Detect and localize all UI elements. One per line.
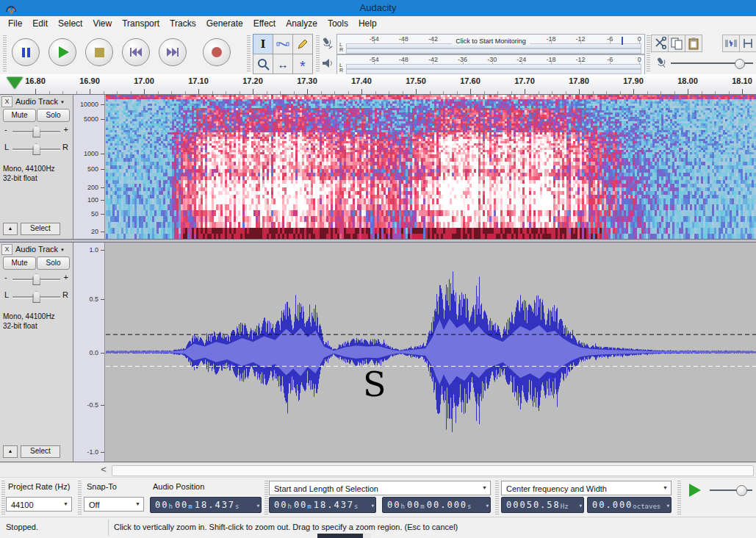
pan-slider-thumb[interactable] [32,143,40,155]
mute-button[interactable]: Mute [3,257,36,270]
label-text[interactable]: S [363,365,386,404]
time-digits[interactable]: 00050.58 [506,500,561,510]
menu-item-analyze[interactable]: Analyze [281,16,323,29]
toolbar-grip[interactable] [78,481,82,514]
solo-button[interactable]: Solo [37,257,70,270]
spectral-mode-select[interactable]: Center frequency and Width ▼ [501,481,672,495]
zoom-tool-button[interactable] [253,54,273,74]
draw-tool-button[interactable] [292,34,313,54]
toolbar-grip[interactable] [264,481,268,514]
mute-button[interactable]: Mute [3,109,36,122]
skip-to-end-button[interactable] [159,38,187,66]
selection-tool-button[interactable]: I [253,34,273,54]
menu-item-select[interactable]: Select [53,16,87,29]
pan-slider[interactable]: L R [2,290,71,303]
collapse-button[interactable]: ▲ [3,223,18,235]
meter-overlay-text[interactable]: Click to Start Monitoring [452,37,530,45]
spectral-width-field[interactable]: 00.000octaves▼ [587,497,672,513]
skip-to-start-button[interactable] [122,38,150,66]
scrollbar-thumb[interactable] [112,465,754,476]
play-button[interactable] [48,38,76,66]
track-title[interactable]: Audio Track [15,97,58,106]
toolbar-grip[interactable] [1,481,5,514]
time-digits[interactable]: 00 [274,500,287,510]
spectral-frequency-field[interactable]: 00050.58Hz▼ [501,497,584,513]
chevron-down-icon[interactable]: ▼ [256,503,259,508]
chevron-down-icon[interactable]: ▼ [666,503,669,508]
menu-item-edit[interactable]: Edit [27,16,53,29]
menu-item-transport[interactable]: Transport [117,16,165,29]
toolbar-grip[interactable] [247,35,251,71]
playback-meter[interactable]: -54-48-42-36-30-24-18-12-60 L R [336,54,645,75]
select-button[interactable]: Select [21,445,60,458]
pan-slider[interactable]: L R [2,142,71,155]
toolbar-grip[interactable] [3,35,7,71]
toolbar-grip[interactable] [647,35,650,71]
playhead-icon[interactable] [7,77,23,89]
multi-tool-button[interactable]: * [292,54,313,74]
silence-audio-button[interactable] [739,35,756,52]
menu-item-file[interactable]: File [3,16,27,29]
selection-length-field[interactable]: 00h00m00.000s▼ [382,497,491,513]
toolbar-grip[interactable] [677,481,681,514]
time-digits[interactable]: 00 [155,500,168,510]
record-button[interactable] [203,38,231,66]
time-digits[interactable]: 00 [294,500,307,510]
amplitude-ruler[interactable]: 1.00.50.0-0.5-1.0 [73,243,105,462]
track-menu-arrow-icon[interactable]: ▼ [60,248,65,252]
horizontal-scrollbar[interactable]: < [0,462,756,478]
close-track-button[interactable]: X [1,244,12,255]
time-digits[interactable]: 18.437 [195,500,235,510]
select-button[interactable]: Select [21,223,60,235]
spectrogram-view[interactable] [106,95,756,239]
frequency-ruler[interactable]: 10000500010005002001005020 [73,95,105,239]
recording-volume-slider-thumb[interactable] [735,59,745,69]
gain-slider[interactable]: - + [2,124,71,137]
copy-button[interactable] [668,35,685,52]
chevron-down-icon[interactable]: ▼ [371,503,374,508]
menu-item-tracks[interactable]: Tracks [165,16,201,29]
pan-slider-thumb[interactable] [32,291,40,303]
collapse-button[interactable]: ▲ [3,445,18,458]
waveform-canvas[interactable] [106,243,756,462]
project-rate-select[interactable]: 44100 ▼ [6,497,72,512]
track-title[interactable]: Audio Track [15,245,58,254]
selection-mode-select[interactable]: Start and Length of Selection ▼ [269,481,491,495]
time-digits[interactable]: 00 [407,500,420,510]
time-digits[interactable]: 00.000 [427,500,467,510]
cut-button[interactable] [651,35,669,52]
timeline[interactable]: 16.8016.9017.0017.1017.2017.3017.4017.50… [0,74,756,95]
play-speed-slider-thumb[interactable] [736,485,747,496]
pause-button[interactable] [12,38,40,66]
snap-to-select[interactable]: Off ▼ [84,497,144,512]
chevron-down-icon[interactable]: ▼ [486,503,489,508]
close-track-button[interactable]: X [1,96,12,107]
menu-item-generate[interactable]: Generate [201,16,248,29]
spectrogram-canvas[interactable] [106,95,756,239]
time-digits[interactable]: 00 [387,500,400,510]
scroll-left-arrow-icon[interactable]: < [98,464,109,476]
chevron-down-icon[interactable]: ▼ [579,503,582,508]
stop-button[interactable] [85,38,113,66]
solo-button[interactable]: Solo [37,109,70,122]
paste-button[interactable] [685,35,702,52]
play-at-speed-button[interactable] [689,484,701,497]
toolbar-grip[interactable] [495,481,499,514]
waveform-view[interactable]: S [106,243,756,462]
time-digits[interactable]: 00 [175,500,188,510]
timeshift-tool-button[interactable]: ↔ [273,54,293,74]
trim-outside-button[interactable] [722,35,740,52]
menu-item-tools[interactable]: Tools [323,16,353,29]
gain-slider[interactable]: - + [2,272,71,285]
time-digits[interactable]: 00.000 [592,500,633,510]
selection-start-field[interactable]: 00h00m18.437s▼ [269,497,376,513]
track-menu-arrow-icon[interactable]: ▼ [60,100,65,104]
menu-item-view[interactable]: View [87,16,117,29]
audio-position-field[interactable]: 00h00m18.437s▼ [150,497,262,513]
menu-item-effect[interactable]: Effect [248,16,281,29]
recording-meter[interactable]: -54-48-42-18-12-60 L R Click to Start Mo… [336,34,645,54]
gain-slider-thumb[interactable] [32,273,40,285]
toolbar-grip[interactable] [316,35,320,71]
time-digits[interactable]: 18.437 [314,500,354,510]
menu-item-help[interactable]: Help [353,16,382,29]
